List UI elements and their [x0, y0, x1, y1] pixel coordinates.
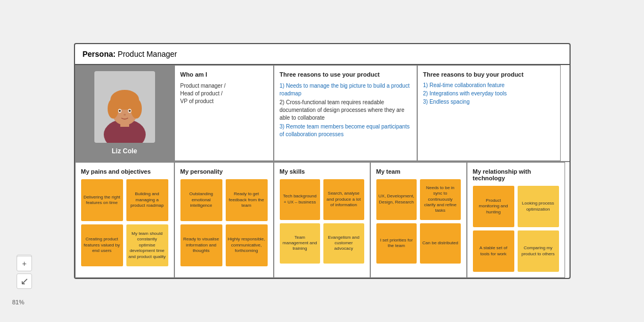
team-stickies: UX, Development, Design, Research Needs …	[376, 179, 461, 264]
personality-header: My personality	[180, 168, 268, 175]
board-bottom-row: My pains and objectives Delivering the r…	[75, 162, 570, 278]
persona-image	[94, 71, 155, 143]
persona-label: Persona:	[83, 50, 116, 58]
who-am-i-content: Product manager / Head of product / VP o…	[180, 82, 268, 105]
skills-cell: My skills Tech background + UX – busines…	[274, 162, 370, 278]
personality-cell: My personality Outstanding emotional int…	[174, 162, 274, 278]
three-reasons-buy-list: 1) Real-time collaboration feature 2) In…	[423, 82, 555, 105]
sticky-note: Comparing my product to others	[518, 230, 559, 272]
zoom-in-icon: +	[22, 259, 26, 268]
buy-item-2: 2) Integrations with everyday tools	[423, 90, 555, 96]
sticky-note: Evangelism and customer advocacy	[323, 223, 364, 264]
who-am-i-cell: Who am I Product manager / Head of produ…	[174, 65, 274, 161]
svg-point-9	[119, 110, 121, 112]
three-reasons-use-cell: Three reasons to use your product 1) Nee…	[274, 65, 417, 161]
relationship-stickies: Product monitoring and hunting Looking p…	[473, 186, 559, 272]
sticky-note: Creating product features valued by end …	[81, 224, 123, 266]
sticky-note: Tech background + UX – business	[280, 179, 321, 220]
team-header: My team	[376, 168, 461, 175]
pains-cell: My pains and objectives Delivering the r…	[75, 162, 174, 278]
sticky-note: Needs to be in sync to continuously clar…	[420, 179, 461, 220]
relationship-header: My relationship with technology	[473, 168, 559, 181]
use-item-1: 1) Needs to manage the big picture to bu…	[280, 82, 411, 98]
three-reasons-use-header: Three reasons to use your product	[280, 71, 411, 78]
sticky-note: UX, Development, Design, Research	[376, 179, 417, 220]
sticky-note: Ready to get feedback from the team	[226, 179, 268, 221]
sticky-note: Can be distributed	[420, 223, 461, 264]
zoom-out-icon: ↙	[20, 276, 29, 286]
team-cell: My team UX, Development, Design, Researc…	[370, 162, 467, 278]
three-reasons-use-content: 1) Needs to manage the big picture to bu…	[280, 82, 411, 138]
buy-item-1: 1) Real-time collaboration feature	[423, 82, 555, 88]
sticky-note: I set priorities for the team	[376, 223, 417, 264]
sticky-note: Ready to visualise information and thoug…	[180, 224, 222, 266]
sticky-note: Delivering the right features on time	[81, 179, 123, 221]
use-item-2: 2) Cross-functional team requires readab…	[280, 99, 411, 122]
board-top-row: Liz Cole Who am I Product manager / Head…	[75, 65, 570, 162]
three-reasons-buy-header: Three reasons to buy your product	[423, 71, 555, 78]
personality-stickies: Outstanding emotional intelligence Ready…	[180, 179, 268, 266]
svg-point-10	[129, 110, 131, 112]
sticky-note: Looking process optimization	[518, 186, 559, 227]
svg-point-11	[124, 114, 126, 116]
zoom-out-button[interactable]: ↙	[17, 273, 32, 289]
skills-header: My skills	[280, 168, 364, 175]
buy-item-3: 3) Endless spacing	[423, 99, 555, 105]
persona-cell: Liz Cole	[75, 65, 174, 161]
canvas-area: ⤢ + ↙ 81% Persona: Product Manager	[0, 0, 644, 322]
who-am-i-header: Who am I	[180, 71, 268, 78]
zoom-in-button[interactable]: +	[17, 256, 32, 271]
sticky-note: Highly responsible, communicative, forth…	[226, 224, 268, 266]
three-reasons-buy-cell: Three reasons to buy your product 1) Rea…	[417, 65, 561, 161]
sticky-note: A stable set of tools for work	[473, 230, 514, 272]
persona-name: Liz Cole	[111, 147, 137, 155]
zoom-controls: + ↙	[17, 256, 32, 289]
persona-title-name: Product Manager	[118, 50, 177, 58]
sticky-note: Product monitoring and hunting	[473, 186, 514, 227]
board-header: Persona: Product Manager	[75, 44, 570, 65]
sticky-note: Outstanding emotional intelligence	[180, 179, 222, 221]
zoom-level: 81%	[12, 299, 24, 305]
svg-point-5	[108, 99, 119, 119]
sticky-note: Team management and training	[280, 223, 321, 264]
sticky-note: My team should constantly optimise devel…	[126, 224, 168, 266]
svg-point-6	[131, 99, 142, 119]
skills-stickies: Tech background + UX – business Search, …	[280, 179, 364, 264]
relationship-cell: My relationship with technology Product …	[467, 162, 565, 278]
board-container: Persona: Product Manager	[74, 43, 571, 279]
pains-header: My pains and objectives	[81, 168, 168, 175]
pains-stickies: Delivering the right features on time Bu…	[81, 179, 168, 266]
use-item-3: 3) Remote team members become equal part…	[280, 123, 411, 138]
sticky-note: Building and managing a product roadmap	[126, 179, 168, 221]
sticky-note: Search, analyse and produce a lot of inf…	[323, 179, 364, 220]
